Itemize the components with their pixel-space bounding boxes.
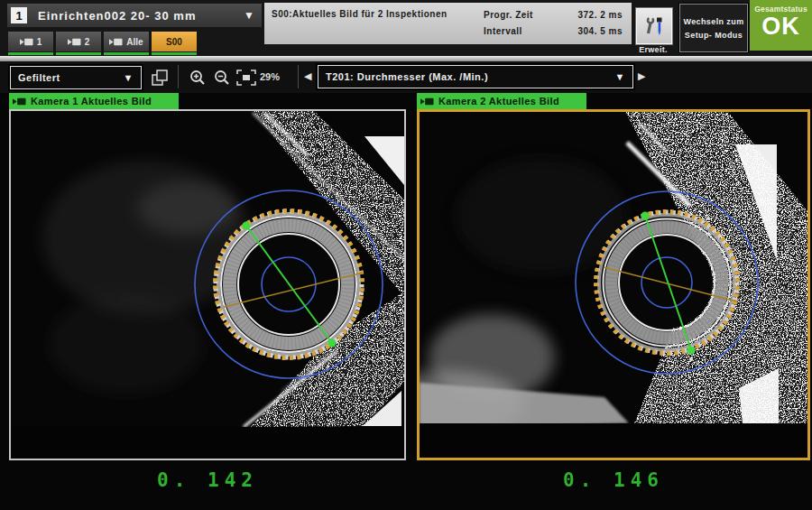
tab-camera-all[interactable]: Alle <box>104 32 149 55</box>
camera-label-text: Kamera 2 Aktuelles Bild <box>438 96 559 107</box>
tool-dropdown-label: T201: Durchmesser (Max. /Min.) <box>318 71 615 82</box>
status-value: OK <box>761 14 800 39</box>
chevron-down-icon: ▼ <box>124 72 141 83</box>
chevron-left-icon: ◀ <box>304 70 311 81</box>
magnifier-plus-icon <box>189 69 207 87</box>
inspection-info-text: S00:Aktuelles Bild für 2 Inspektionen <box>272 9 448 19</box>
tab-underline <box>152 52 197 55</box>
tab-label: 1 <box>37 37 42 47</box>
camera-2-label: Kamera 2 Aktuelles Bild <box>417 93 586 109</box>
tab-underline <box>104 52 149 55</box>
measurement-tool-dropdown[interactable]: T201: Durchmesser (Max. /Min.) ▼ <box>318 65 633 88</box>
camera-1-measurement-value: 0. 142 <box>9 469 406 491</box>
next-tool-button[interactable]: ▶ <box>638 70 645 82</box>
program-selector[interactable]: 1 Einrichten002 20- 30 mm ▼ <box>7 4 262 27</box>
camera-1-label: Kamera 1 Aktuelles Bild <box>9 93 179 109</box>
camera-label-text: Kamera 1 Aktuelles Bild <box>31 96 152 107</box>
zoom-level: 29% <box>260 71 280 82</box>
camera-2-image <box>420 112 807 458</box>
previous-tool-button[interactable]: ◀ <box>304 70 311 82</box>
camera-icon <box>420 97 434 106</box>
zoom-in-button[interactable] <box>186 66 208 88</box>
timing-stats: Progr. Zeit 372. 2 ms Intervall 304. 5 m… <box>484 10 623 42</box>
view-toolbar: Gefiltert ▼ <box>0 61 812 93</box>
inspection-info-bar: S00:Aktuelles Bild für 2 Inspektionen Pr… <box>264 3 632 44</box>
toolbar-divider <box>178 65 179 88</box>
tab-underline <box>56 52 101 55</box>
camera-2-viewport[interactable] <box>417 109 810 460</box>
stat-value: 372. 2 ms <box>556 10 623 20</box>
camera-2-measurement-value: 0. 146 <box>417 469 810 491</box>
stat-value: 304. 5 ms <box>556 26 623 36</box>
wrench-screwdriver-icon <box>642 14 666 38</box>
stat-row: Intervall 304. 5 ms <box>484 26 623 36</box>
overlapping-windows-icon <box>151 69 169 87</box>
stat-row: Progr. Zeit 372. 2 ms <box>484 10 623 20</box>
camera-1-image <box>11 111 404 459</box>
stat-label: Intervall <box>484 26 556 36</box>
setup-button-line1: Wechseln zum <box>683 17 743 26</box>
tab-label: 2 <box>85 37 90 47</box>
tab-underline <box>8 52 53 55</box>
program-number-badge: 1 <box>11 7 27 23</box>
chevron-down-icon: ▼ <box>244 9 262 22</box>
camera-icon <box>109 38 123 46</box>
fit-to-screen-button[interactable] <box>235 66 257 88</box>
tab-label: Alle <box>126 37 143 47</box>
camera-tab-bar: 1 2 Alle S00 <box>8 32 197 55</box>
setup-mode-button[interactable]: Wechseln zum Setup- Modus <box>679 4 748 52</box>
camera-icon <box>13 97 26 106</box>
tab-camera-1[interactable]: 1 <box>8 32 53 55</box>
overall-status-badge: Gesamtstatus OK <box>750 0 812 51</box>
tab-label: S00 <box>166 37 182 47</box>
tab-camera-2[interactable]: 2 <box>56 32 101 55</box>
top-bar: 1 Einrichten002 20- 30 mm ▼ 1 2 <box>0 0 812 56</box>
image-filter-dropdown[interactable]: Gefiltert ▼ <box>10 66 142 89</box>
vision-system-screen: 1 Einrichten002 20- 30 mm ▼ 1 2 <box>0 0 812 510</box>
magnifier-minus-icon <box>213 69 231 87</box>
extended-tools-label: Erweit. <box>628 45 678 54</box>
camera-icon <box>68 38 81 46</box>
tab-s00[interactable]: S00 <box>152 32 197 55</box>
layout-pattern-button[interactable] <box>148 66 171 88</box>
toolbar-divider <box>298 65 299 88</box>
filter-dropdown-label: Gefiltert <box>11 72 124 83</box>
camera-icon <box>20 38 33 46</box>
chevron-right-icon: ▶ <box>638 70 645 81</box>
camera-1-viewport[interactable] <box>9 109 406 460</box>
extended-tools-button[interactable] <box>635 7 673 45</box>
fit-view-icon <box>236 70 256 86</box>
part-ring <box>596 212 738 354</box>
setup-button-line2: Setup- Modus <box>685 31 743 40</box>
program-title: Einrichten002 20- 30 mm <box>27 9 244 23</box>
chevron-down-icon: ▼ <box>615 71 632 82</box>
zoom-out-button[interactable] <box>210 66 233 88</box>
stat-label: Progr. Zeit <box>484 10 556 20</box>
